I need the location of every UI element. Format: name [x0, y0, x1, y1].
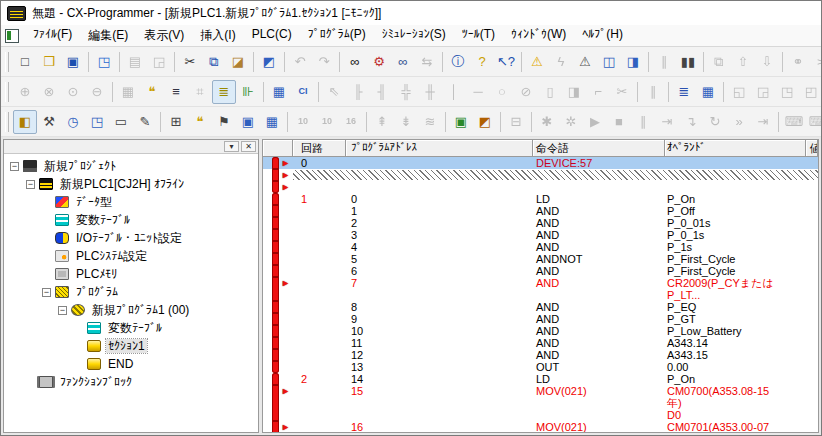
mnemonic-row[interactable]: 5ANDNOTP_First_Cycle: [263, 253, 818, 265]
cross-reference-popup-icon[interactable]: ⊞: [164, 110, 188, 134]
tree-item-new-program1[interactable]: −新規ﾌﾟﾛｸﾞﾗﾑ1 (00): [6, 301, 258, 319]
new-horizontal-icon[interactable]: ─: [466, 80, 490, 104]
menu-item-4[interactable]: 挿入(I): [192, 24, 243, 47]
refresh-monitor-icon[interactable]: ≋: [418, 110, 442, 134]
menu-item-1[interactable]: ﾌｧｲﾙ(F): [25, 24, 80, 47]
binary-dialog-icon[interactable]: ▦: [260, 110, 284, 134]
menu-item-5[interactable]: PLC(C): [244, 24, 300, 47]
mnemonic-row[interactable]: 2ANDP_0_01s: [263, 217, 818, 229]
differential-up-icon[interactable]: ⇞: [370, 110, 394, 134]
compile-icon[interactable]: ⚠: [525, 50, 549, 74]
monitor-grid-icon[interactable]: ▦: [696, 80, 720, 104]
tree-item-new-plc1[interactable]: −新規PLC1[CJ2H] ｵﾌﾗｲﾝ: [6, 175, 258, 193]
undo-icon[interactable]: ↶: [288, 50, 312, 74]
mnemonic-row[interactable]: 10LDP_On: [263, 193, 818, 205]
column-header-marker[interactable]: [263, 140, 293, 157]
output-window-icon[interactable]: ▭: [109, 110, 133, 134]
stop-icon[interactable]: ■: [607, 110, 631, 134]
copy-icon[interactable]: ⧉: [202, 50, 226, 74]
new-or-contact-icon[interactable]: ╬: [394, 80, 418, 104]
mnemonic-row[interactable]: 214LDP_On: [263, 373, 818, 385]
replace-icon[interactable]: ⚙: [367, 50, 391, 74]
save-icon[interactable]: ▣: [61, 50, 85, 74]
new-contact-icon[interactable]: ╟: [346, 80, 370, 104]
info-icon[interactable]: ⓘ: [446, 50, 470, 74]
force-on-icon[interactable]: ◱: [727, 80, 751, 104]
menu-item-9[interactable]: ｳｨﾝﾄﾞｳ(W): [503, 24, 574, 47]
delete-branch-icon[interactable]: ✂: [610, 80, 634, 104]
monitor-signed-decimal-icon[interactable]: 10: [315, 110, 339, 134]
run-to-end-icon[interactable]: ⇥: [751, 110, 775, 134]
paste-icon[interactable]: ◪: [226, 50, 250, 74]
column-header-3[interactable]: 命令語: [533, 140, 665, 157]
section-tree-icon[interactable]: ⊪: [236, 80, 260, 104]
force-off-icon[interactable]: ◲: [751, 80, 775, 104]
symbol-table-view-icon[interactable]: ▦: [267, 80, 291, 104]
tree-item-symbol-table-2[interactable]: 変数ﾃｰﾌﾞﾙ: [6, 319, 258, 337]
find-report-icon[interactable]: ◳: [92, 50, 116, 74]
toolbar-grip[interactable]: [5, 52, 9, 72]
tree-expander[interactable]: −: [26, 180, 35, 189]
mnemonic-row[interactable]: ►: [263, 181, 818, 193]
transfer-from-plc-icon[interactable]: ⇩: [755, 50, 779, 74]
rung-comment-icon[interactable]: ❝: [140, 80, 164, 104]
tree-item-function-blocks[interactable]: ﾌｧﾝｸｼｮﾝﾌﾞﾛｯｸ: [6, 373, 258, 391]
keyboard-mapping-icon[interactable]: ⌨: [782, 110, 806, 134]
mnemonic-view-icon[interactable]: ≣: [212, 80, 236, 104]
cut-icon[interactable]: ✂: [178, 50, 202, 74]
column-header-1[interactable]: 回路: [293, 140, 346, 157]
new-vertical-icon[interactable]: │: [442, 80, 466, 104]
reset-bit-icon[interactable]: ◰: [799, 80, 821, 104]
mnemonic-row[interactable]: 10ANDP_Low_Battery: [263, 325, 818, 337]
column-header-5[interactable]: 値: [806, 140, 818, 157]
zoom-out-icon[interactable]: ⊖: [85, 80, 109, 104]
menu-item-3[interactable]: 表示(V): [136, 24, 192, 47]
tree-item-end[interactable]: END: [6, 355, 258, 373]
change-all-icon[interactable]: ⇆: [415, 50, 439, 74]
menu-item-8[interactable]: ﾂｰﾙ(T): [454, 24, 503, 47]
step-run-icon[interactable]: ⇥: [655, 110, 679, 134]
zoom-100-icon[interactable]: ⊙: [61, 80, 85, 104]
find-icon[interactable]: ∞: [343, 50, 367, 74]
verify-icon[interactable]: ≍: [810, 50, 821, 74]
layers-icon[interactable]: ≣: [672, 80, 696, 104]
tree-item-section1[interactable]: ｾｸｼｮﾝ1: [6, 337, 258, 355]
select-mode-icon[interactable]: ⇖: [322, 80, 346, 104]
toolbar-grip[interactable]: [5, 112, 9, 132]
tree-item-io-table[interactable]: I/Oﾃｰﾌﾞﾙ・ﾕﾆｯﾄ設定: [6, 229, 258, 247]
program-check-icon[interactable]: ◫: [597, 50, 621, 74]
mnemonic-row[interactable]: 4ANDP_1s: [263, 241, 818, 253]
pause-debug-icon[interactable]: ∥: [631, 110, 655, 134]
menu-item-6[interactable]: ﾌﾟﾛｸﾞﾗﾑ(P): [300, 24, 374, 47]
help-icon[interactable]: ?: [470, 50, 494, 74]
io-comment-tool-icon[interactable]: ❝: [188, 110, 212, 134]
mnemonic-row[interactable]: ►15MOV(021)CM0700(A353.08-15年)D0: [263, 385, 818, 421]
step-in-icon[interactable]: ↴: [679, 110, 703, 134]
mnemonic-row[interactable]: 3ANDP_0_1s: [263, 229, 818, 241]
monitor-hex-icon[interactable]: 16: [339, 110, 363, 134]
mnemonic-row[interactable]: 8ANDP_EQ: [263, 301, 818, 313]
new-coil-icon[interactable]: ○: [490, 80, 514, 104]
work-online-icon[interactable]: ⧉: [707, 50, 731, 74]
new-closed-contact-icon[interactable]: ╢: [370, 80, 394, 104]
print-icon[interactable]: ▤: [123, 50, 147, 74]
menu-item-10[interactable]: ﾍﾙﾌﾟ(H): [574, 24, 631, 47]
scan-run-icon[interactable]: »: [727, 110, 751, 134]
open-file-icon[interactable]: ❒: [37, 50, 61, 74]
mnemonic-row[interactable]: ►0DEVICE:57: [263, 157, 818, 169]
online-compile-icon[interactable]: ϟ: [549, 50, 573, 74]
keyboard-mapping2-icon[interactable]: ⌨: [806, 110, 821, 134]
monitor-decimal-icon[interactable]: 10: [291, 110, 315, 134]
transfer-to-plc-icon[interactable]: ⇧: [731, 50, 755, 74]
build-icon[interactable]: ⚒: [37, 110, 61, 134]
compare-plc-icon[interactable]: ⚭: [786, 50, 810, 74]
mnemonic-row[interactable]: ►: [263, 169, 818, 181]
statement-list-icon[interactable]: ≡: [164, 80, 188, 104]
io-comment-icon[interactable]: ⌗: [188, 80, 212, 104]
mnemonic-row[interactable]: 9ANDP_GT: [263, 313, 818, 325]
mnemonic-row[interactable]: 13OUT0.00: [263, 361, 818, 373]
tree-expander[interactable]: −: [58, 306, 67, 315]
mnemonic-row[interactable]: 1ANDP_Off: [263, 205, 818, 217]
project-workspace-icon[interactable]: ◧: [13, 110, 37, 134]
dialog-icon[interactable]: ▣: [236, 110, 260, 134]
